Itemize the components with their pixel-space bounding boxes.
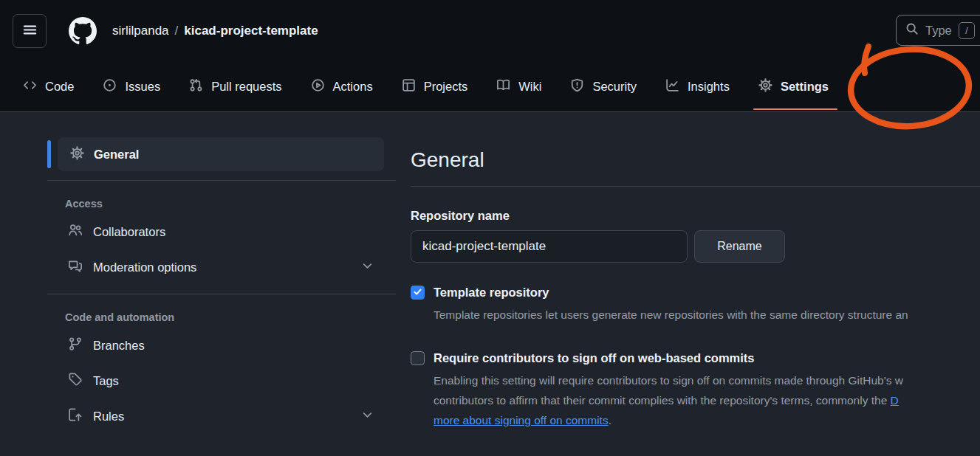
- settings-sidebar: General Access Collaborators Moderation …: [47, 137, 396, 434]
- three-bars-icon: [22, 22, 38, 40]
- sidebar-item-label: Tags: [93, 374, 374, 388]
- tab-label: Wiki: [518, 80, 541, 94]
- sidebar-item-label: Branches: [93, 339, 374, 353]
- tab-label: Code: [45, 80, 74, 94]
- play-icon: [311, 78, 325, 95]
- chevron-down-icon[interactable]: [361, 409, 374, 424]
- tab-projects[interactable]: Projects: [402, 62, 468, 111]
- book-icon: [496, 78, 510, 95]
- issue-opened-icon: [103, 78, 117, 95]
- comment-discussion-icon: [68, 258, 83, 276]
- chevron-down-icon[interactable]: [361, 260, 374, 275]
- tab-settings[interactable]: Settings: [758, 62, 829, 111]
- content-divider: [411, 186, 980, 187]
- template-repository-checkbox[interactable]: [411, 286, 425, 300]
- signoff-row: Require contributors to sign off on web-…: [411, 351, 980, 365]
- breadcrumb: sirlilpanda / kicad-project-template: [112, 0, 318, 62]
- repo-tab-bar: Code Issues Pull requests Actions Projec…: [0, 62, 829, 111]
- breadcrumb-repo-link[interactable]: kicad-project-template: [184, 24, 318, 38]
- tab-label: Issues: [125, 80, 160, 94]
- tab-label: Insights: [688, 80, 730, 94]
- sidebar-item-label: General: [94, 148, 139, 162]
- check-icon: [413, 286, 422, 300]
- tab-pull-requests[interactable]: Pull requests: [189, 62, 281, 111]
- dco-link[interactable]: D: [891, 394, 899, 407]
- tab-insights[interactable]: Insights: [665, 62, 730, 111]
- rules-icon: [68, 407, 83, 425]
- signing-off-link[interactable]: more about signing off on commits: [434, 414, 609, 426]
- repository-name-input[interactable]: [411, 230, 688, 263]
- github-logo-icon[interactable]: [69, 17, 97, 45]
- page-title: General: [411, 137, 980, 176]
- repository-name-label: Repository name: [411, 209, 980, 223]
- tab-label: Projects: [424, 80, 468, 94]
- settings-main-panel: General Repository name Rename Template …: [411, 137, 980, 456]
- tab-security[interactable]: Security: [570, 62, 637, 111]
- tag-icon: [68, 372, 83, 390]
- tab-wiki[interactable]: Wiki: [496, 62, 541, 111]
- sidebar-item-branches[interactable]: Branches: [47, 328, 396, 363]
- gear-icon: [758, 78, 772, 95]
- search-placeholder: Type: [925, 24, 952, 38]
- tab-label: Security: [592, 80, 637, 94]
- search-input[interactable]: Type /: [896, 15, 980, 46]
- shield-icon: [570, 78, 584, 95]
- code-icon: [23, 78, 37, 95]
- sidebar-divider: [47, 180, 396, 181]
- graph-icon: [665, 78, 679, 95]
- tab-actions[interactable]: Actions: [311, 62, 373, 111]
- signoff-description-line1: Enabling this setting will require contr…: [434, 370, 980, 390]
- tab-label: Actions: [333, 80, 373, 94]
- sidebar-item-label: Collaborators: [93, 225, 374, 239]
- signoff-description: Enabling this setting will require contr…: [434, 370, 980, 430]
- rename-button[interactable]: Rename: [694, 230, 785, 263]
- sidebar-item-label: Moderation options: [93, 260, 351, 274]
- git-pull-request-icon: [189, 78, 203, 95]
- sidebar-divider: [47, 294, 396, 294]
- search-icon: [905, 22, 919, 38]
- tab-code[interactable]: Code: [23, 62, 74, 111]
- sidebar-item-general-row: General: [47, 137, 396, 171]
- tab-label: Settings: [781, 80, 829, 94]
- active-item-indicator: [47, 140, 51, 168]
- slash-keycap: /: [959, 22, 975, 39]
- sidebar-item-tags[interactable]: Tags: [47, 363, 396, 398]
- breadcrumb-owner-link[interactable]: sirlilpanda: [112, 24, 169, 38]
- sidebar-item-general[interactable]: General: [58, 137, 384, 171]
- template-repository-label[interactable]: Template repository: [434, 286, 549, 300]
- sidebar-section-access: Access: [65, 198, 396, 210]
- people-icon: [68, 223, 83, 241]
- signoff-checkbox[interactable]: [411, 351, 425, 365]
- template-repository-description: Template repositories let users generate…: [434, 305, 980, 325]
- repository-name-row: Rename: [411, 230, 980, 263]
- signoff-description-line3: more about signing off on commits.: [434, 410, 980, 430]
- template-repository-row: Template repository: [411, 286, 980, 300]
- hamburger-menu-button[interactable]: [13, 14, 47, 48]
- sidebar-section-code-and-automation: Code and automation: [65, 311, 396, 323]
- table-icon: [402, 78, 416, 95]
- breadcrumb-separator: /: [169, 24, 185, 38]
- gear-icon: [70, 146, 84, 163]
- signoff-description-line2: contributors to affirm that their commit…: [434, 390, 980, 410]
- tab-label: Pull requests: [211, 80, 281, 94]
- sidebar-item-moderation-options[interactable]: Moderation options: [47, 249, 396, 285]
- signoff-label[interactable]: Require contributors to sign off on web-…: [434, 351, 755, 365]
- app-header: sirlilpanda / kicad-project-template Typ…: [0, 0, 980, 112]
- sidebar-item-label: Rules: [93, 410, 351, 424]
- tab-issues[interactable]: Issues: [103, 62, 160, 111]
- sidebar-item-collaborators[interactable]: Collaborators: [47, 214, 396, 249]
- sidebar-item-rules[interactable]: Rules: [47, 398, 396, 434]
- git-branch-icon: [68, 336, 83, 354]
